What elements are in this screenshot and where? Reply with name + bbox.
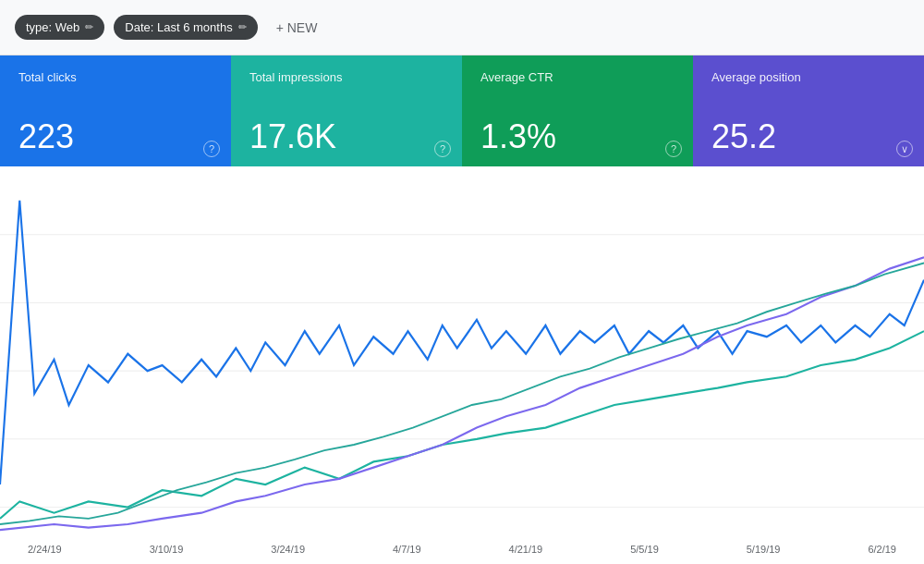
x-label-5: 5/5/19 bbox=[630, 544, 659, 555]
main-content: Total clicks 223 ? Total impressions 17.… bbox=[0, 55, 924, 564]
chart-svg bbox=[0, 166, 924, 564]
impressions-info-icon[interactable]: ? bbox=[434, 141, 451, 157]
ctr-value: 1.3% bbox=[480, 118, 675, 155]
position-info-icon[interactable]: ∨ bbox=[896, 141, 913, 157]
date-filter-edit-icon: ✏ bbox=[238, 21, 247, 33]
position-label: Average position bbox=[711, 70, 906, 84]
clicks-info-icon[interactable]: ? bbox=[203, 141, 220, 157]
ctr-label: Average CTR bbox=[480, 70, 675, 84]
x-label-1: 3/10/19 bbox=[150, 544, 184, 555]
ctr-info-icon[interactable]: ? bbox=[665, 141, 682, 157]
date-filter-label: Date: Last 6 months bbox=[125, 20, 232, 34]
clicks-label: Total clicks bbox=[18, 70, 213, 84]
impressions-value: 17.6K bbox=[249, 118, 444, 155]
x-label-6: 5/19/19 bbox=[747, 544, 781, 555]
x-axis-labels: 2/24/19 3/10/19 3/24/19 4/7/19 4/21/19 5… bbox=[28, 544, 896, 555]
x-label-0: 2/24/19 bbox=[28, 544, 62, 555]
position-value: 25.2 bbox=[711, 118, 906, 155]
x-label-3: 4/7/19 bbox=[393, 544, 421, 555]
date-filter-pill[interactable]: Date: Last 6 months ✏ bbox=[114, 15, 257, 40]
type-filter-label: type: Web bbox=[26, 20, 79, 34]
impressions-label: Total impressions bbox=[249, 70, 444, 84]
metric-card-impressions: Total impressions 17.6K ? bbox=[231, 55, 462, 166]
new-button[interactable]: + NEW bbox=[267, 15, 327, 41]
toolbar: type: Web ✏ Date: Last 6 months ✏ + NEW bbox=[0, 0, 924, 55]
x-label-4: 4/21/19 bbox=[509, 544, 543, 555]
metric-card-position: Average position 25.2 ∨ bbox=[693, 55, 924, 166]
metric-card-clicks: Total clicks 223 ? bbox=[0, 55, 231, 166]
x-label-2: 3/24/19 bbox=[271, 544, 305, 555]
metric-card-ctr: Average CTR 1.3% ? bbox=[462, 55, 693, 166]
chart-container: 2/24/19 3/10/19 3/24/19 4/7/19 4/21/19 5… bbox=[0, 166, 924, 564]
x-label-7: 6/2/19 bbox=[868, 544, 896, 555]
type-filter-edit-icon: ✏ bbox=[85, 21, 93, 33]
type-filter-pill[interactable]: type: Web ✏ bbox=[15, 15, 104, 40]
clicks-value: 223 bbox=[18, 118, 213, 155]
metrics-row: Total clicks 223 ? Total impressions 17.… bbox=[0, 55, 924, 166]
